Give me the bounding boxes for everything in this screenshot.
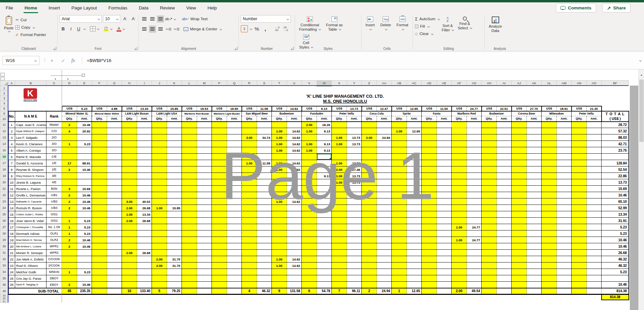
qty-cell[interactable] [212,128,227,134]
qty-cell[interactable] [92,186,107,192]
product-name-13[interactable]: Marlboro Red [452,111,482,116]
qty-cell[interactable] [272,186,287,192]
amt-cell[interactable] [437,192,452,198]
qty-cell[interactable] [92,230,107,237]
qty-cell[interactable] [362,154,377,160]
amt-cell[interactable] [137,192,152,198]
qty-cell[interactable] [122,160,137,166]
crew-no-cell[interactable]: 21 [8,250,15,256]
qty-cell[interactable] [242,141,257,147]
qty-cell[interactable] [482,224,497,230]
qty-cell[interactable] [212,205,227,211]
qty-cell[interactable] [212,282,227,288]
qty-cell[interactable] [512,179,527,186]
qty-cell[interactable]: 1.00 [332,160,347,166]
qty-cell[interactable] [272,275,287,282]
amt-cell[interactable] [77,147,92,154]
amt-cell[interactable] [496,141,512,147]
amt-cell[interactable] [407,269,422,275]
product-name-12[interactable]: Fanta [422,111,452,116]
amt-cell[interactable] [586,128,602,134]
amt-cell[interactable] [227,173,242,179]
qty-cell[interactable] [542,243,557,250]
amt-cell[interactable]: 24.77 [466,224,482,230]
amt-cell[interactable] [227,224,242,230]
qty-cell[interactable] [212,224,227,230]
amt-cell[interactable] [377,218,392,224]
qty-cell[interactable] [182,160,197,166]
qty-cell[interactable] [92,179,107,186]
format-cells-button[interactable]: Format [394,15,410,33]
qty-cell[interactable] [122,192,137,198]
price-value-12[interactable]: 11.50 [437,106,452,111]
amt-cell[interactable]: 14.62 [287,160,302,166]
subtotal-qty-cell[interactable] [512,288,527,294]
amt-cell[interactable] [137,128,152,134]
bold-button[interactable]: B [60,25,67,32]
row-header-33[interactable]: 33 [0,262,8,269]
qty-cell[interactable] [332,269,347,275]
amt-cell[interactable] [526,179,542,186]
qty-cell[interactable] [362,243,377,250]
qty-cell[interactable] [452,186,467,192]
header-amt-11[interactable]: Amt. [407,116,422,122]
amt-cell[interactable] [197,269,212,275]
amt-cell[interactable] [257,250,272,256]
qty-cell[interactable] [452,211,467,218]
amt-cell[interactable] [167,166,182,173]
qty-cell[interactable] [152,230,167,237]
qty-cell[interactable] [422,237,437,243]
header-qty-10[interactable]: Qtty. [362,116,377,122]
amt-cell[interactable] [197,282,212,288]
qty-cell[interactable] [392,218,407,224]
qty-cell[interactable] [422,134,437,141]
align-middle-button[interactable] [149,16,156,23]
amt-cell[interactable] [167,269,182,275]
qty-cell[interactable] [152,250,167,256]
qty-cell[interactable] [512,198,527,205]
amt-cell[interactable] [287,243,302,250]
qty-cell[interactable] [182,205,197,211]
subtotal-qty-cell[interactable] [422,288,437,294]
price-currency-3[interactable]: US$ [152,106,167,111]
crew-rank-cell[interactable]: C/E [46,154,62,160]
header-amt-12[interactable]: Amt. [437,116,452,122]
qty-cell[interactable] [62,262,77,269]
row-header-28[interactable]: 28 [0,230,8,237]
amt-cell[interactable] [407,230,422,237]
qty-cell[interactable] [302,224,317,230]
amt-cell[interactable] [466,256,482,262]
cell[interactable] [8,106,62,111]
insert-function-button[interactable]: fx [71,56,75,65]
qty-cell[interactable] [512,237,527,243]
qty-cell[interactable] [212,122,227,128]
amt-cell[interactable] [287,237,302,243]
amt-cell[interactable] [466,218,482,224]
fill-color-button[interactable]: ◫ [103,26,109,32]
qty-cell[interactable] [392,262,407,269]
cell[interactable] [8,300,629,303]
qty-cell[interactable]: 1.00 [332,179,347,186]
align-left-button[interactable] [141,26,148,33]
qty-cell[interactable]: 2 [62,205,77,211]
amt-cell[interactable] [586,141,602,147]
decrease-decimal-button[interactable]: .00→.0 [282,25,289,32]
amt-cell[interactable] [317,230,332,237]
qty-cell[interactable] [152,218,167,224]
comments-button[interactable]: Comments [556,3,596,12]
amt-cell[interactable]: 5.23 [77,218,92,224]
amt-cell[interactable] [287,250,302,256]
row-total-cell[interactable]: 46.32 [602,262,629,269]
amt-cell[interactable] [227,262,242,269]
crew-name-cell[interactable]: Romulo R. Buison [15,205,46,211]
price-value-2[interactable]: 13.34 [137,106,152,111]
qty-cell[interactable] [542,198,557,205]
amt-cell[interactable] [407,141,422,147]
amt-cell[interactable] [377,173,392,179]
qty-cell[interactable] [92,205,107,211]
qty-cell[interactable] [182,192,197,198]
price-value-14[interactable]: 22.51 [496,106,512,111]
product-name-7[interactable]: Budweiser [272,111,302,116]
qty-cell[interactable] [422,160,437,166]
qty-cell[interactable] [362,179,377,186]
